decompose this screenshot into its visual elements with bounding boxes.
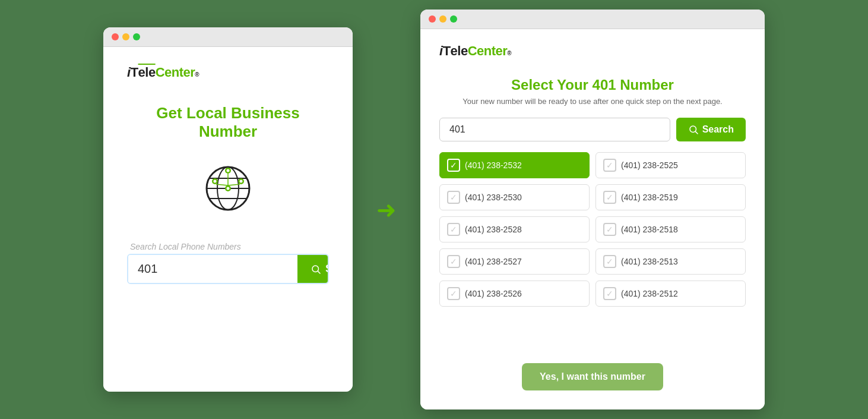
left-search-button[interactable]: Search: [297, 255, 329, 283]
right-traffic-light-green[interactable]: [450, 15, 457, 23]
svg-point-10: [240, 180, 243, 183]
check-box: ✓: [447, 223, 460, 236]
svg-line-19: [695, 131, 698, 134]
check-box: ✓: [603, 255, 616, 268]
number-item[interactable]: ✓(401) 238-2532: [439, 152, 590, 178]
number-item[interactable]: ✓(401) 238-2526: [439, 281, 590, 307]
check-mark-icon: ✓: [606, 160, 613, 170]
number-item[interactable]: ✓(401) 238-2512: [595, 281, 746, 307]
numbers-grid: ✓(401) 238-2532✓(401) 238-2525✓(401) 238…: [439, 152, 746, 307]
check-mark-icon: ✓: [606, 225, 613, 234]
check-mark-icon: ✓: [450, 257, 457, 266]
left-browser-window: iTeleCenter® Get Local Business Number: [103, 27, 353, 392]
check-mark-icon: ✓: [450, 160, 457, 170]
check-mark-icon: ✓: [606, 257, 613, 266]
check-mark-icon: ✓: [606, 289, 613, 298]
confirm-button[interactable]: Yes, I want this number: [522, 363, 663, 390]
check-box: ✓: [447, 159, 460, 172]
phone-number-text: (401) 238-2528: [465, 225, 522, 234]
phone-number-text: (401) 238-2518: [621, 225, 678, 234]
svg-point-6: [227, 187, 230, 190]
number-item[interactable]: ✓(401) 238-2530: [439, 184, 590, 210]
phone-number-text: (401) 238-2527: [465, 257, 522, 266]
right-search-input[interactable]: [439, 118, 670, 141]
arrow-container: ➜: [376, 196, 397, 223]
right-browser-window: iTeleCenter® Select Your 401 Number Your…: [420, 10, 765, 409]
left-search-row: Search: [127, 254, 329, 284]
check-mark-icon: ✓: [450, 289, 457, 298]
phone-number-text: (401) 238-2519: [621, 193, 678, 202]
check-mark-icon: ✓: [606, 193, 613, 202]
right-logo: iTeleCenter®: [439, 43, 511, 59]
check-mark-icon: ✓: [450, 193, 457, 202]
number-item[interactable]: ✓(401) 238-2519: [595, 184, 746, 210]
svg-point-18: [690, 126, 696, 133]
arrow-icon: ➜: [376, 196, 397, 223]
right-search-icon: [688, 124, 699, 135]
svg-line-17: [318, 271, 320, 273]
phone-number-text: (401) 238-2512: [621, 289, 678, 298]
number-item[interactable]: ✓(401) 238-2527: [439, 248, 590, 275]
phone-number-text: (401) 238-2513: [621, 257, 678, 266]
left-titlebar: [103, 27, 353, 47]
check-box: ✓: [447, 255, 460, 268]
right-traffic-light-yellow[interactable]: [439, 15, 446, 23]
globe-icon: [198, 159, 258, 218]
check-box: ✓: [447, 287, 460, 300]
phone-number-text: (401) 238-2525: [621, 160, 678, 170]
number-item[interactable]: ✓(401) 238-2525: [595, 152, 746, 178]
check-box: ✓: [603, 223, 616, 236]
left-search-button-label: Search: [325, 263, 329, 275]
left-main-content: iTeleCenter® Get Local Business Number: [103, 47, 353, 392]
svg-point-16: [312, 266, 319, 272]
right-browser-content: iTeleCenter® Select Your 401 Number Your…: [420, 29, 765, 409]
right-search-button[interactable]: Search: [676, 118, 746, 141]
number-item[interactable]: ✓(401) 238-2528: [439, 216, 590, 242]
right-search-row: Search: [439, 118, 746, 141]
svg-point-12: [227, 169, 230, 172]
number-item[interactable]: ✓(401) 238-2518: [595, 216, 746, 242]
phone-number-text: (401) 238-2526: [465, 289, 522, 298]
check-mark-icon: ✓: [450, 225, 457, 234]
right-titlebar: [420, 10, 765, 29]
traffic-light-green[interactable]: [133, 33, 140, 40]
phone-number-text: (401) 238-2532: [465, 160, 522, 170]
svg-point-8: [214, 180, 217, 183]
right-search-button-label: Search: [702, 124, 734, 135]
search-label: Search Local Phone Numbers: [130, 242, 241, 251]
check-box: ✓: [603, 191, 616, 204]
left-search-input[interactable]: [128, 255, 297, 283]
check-box: ✓: [603, 287, 616, 300]
traffic-light-yellow[interactable]: [122, 33, 129, 40]
traffic-light-red[interactable]: [112, 33, 119, 40]
check-box: ✓: [603, 159, 616, 172]
number-item[interactable]: ✓(401) 238-2513: [595, 248, 746, 275]
left-search-icon: [311, 264, 321, 275]
right-main-content: iTeleCenter® Select Your 401 Number Your…: [420, 29, 765, 409]
check-box: ✓: [447, 191, 460, 204]
left-logo: iTeleCenter®: [127, 65, 199, 80]
right-subtitle: Your new number will be ready to use aft…: [439, 97, 746, 106]
phone-number-text: (401) 238-2530: [465, 193, 522, 202]
right-page-title: Select Your 401 Number: [439, 77, 746, 93]
right-traffic-light-red[interactable]: [429, 15, 436, 23]
left-page-title: Get Local Business Number: [127, 104, 329, 141]
left-browser-content: iTeleCenter® Get Local Business Number: [103, 47, 353, 392]
